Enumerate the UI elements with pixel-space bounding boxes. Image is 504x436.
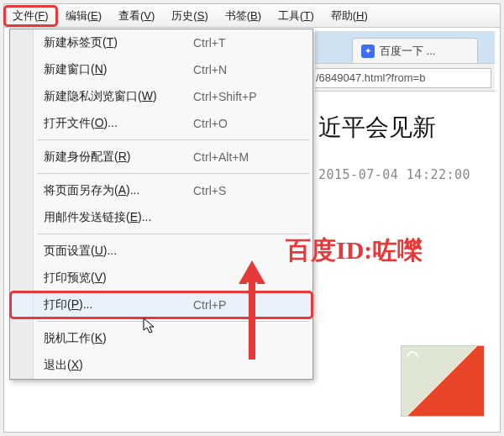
url-field[interactable]: /6849047.html?from=b bbox=[315, 68, 491, 88]
menu-item-label: 页面设置(U)... bbox=[34, 244, 193, 259]
mouse-cursor-icon bbox=[143, 318, 156, 334]
menu-item-e[interactable]: 用邮件发送链接(E)... bbox=[10, 204, 312, 231]
menu-item-label: 用邮件发送链接(E)... bbox=[34, 210, 193, 225]
menu-f[interactable]: 文件(F) bbox=[4, 6, 57, 26]
menu-item-label: 打印(P)... bbox=[34, 297, 193, 313]
menu-separator bbox=[10, 171, 312, 177]
menu-v[interactable]: 查看(V) bbox=[110, 6, 163, 26]
menu-item-label: 退出(X) bbox=[34, 358, 193, 373]
page-dateline: 2015-07-04 14:22:00 bbox=[315, 144, 495, 182]
article-image bbox=[401, 345, 485, 417]
menu-e[interactable]: 编辑(E) bbox=[57, 6, 110, 26]
menu-item-shortcut: Ctrl+Alt+M bbox=[193, 150, 312, 164]
menu-separator bbox=[10, 231, 312, 238]
menu-t[interactable]: 工具(T) bbox=[270, 6, 323, 26]
menu-item-label: 打印预览(V) bbox=[34, 271, 193, 286]
menu-s[interactable]: 历史(S) bbox=[163, 6, 216, 26]
menu-item-shortcut: Ctrl+N bbox=[193, 63, 312, 76]
menu-b[interactable]: 书签(B) bbox=[217, 6, 270, 26]
menu-item-label: 新建身份配置(R) bbox=[34, 150, 193, 165]
menu-item-label: 将页面另存为(A)... bbox=[34, 183, 193, 198]
browser-tab[interactable]: ✦ 百度一下 ... bbox=[352, 38, 478, 63]
menu-item-r[interactable]: 新建身份配置(R)Ctrl+Alt+M bbox=[10, 144, 312, 171]
svg-marker-0 bbox=[239, 260, 265, 284]
menu-separator bbox=[10, 137, 312, 144]
menu-item-a[interactable]: 将页面另存为(A)...Ctrl+S bbox=[10, 177, 312, 204]
menu-item-label: 新建窗口(N) bbox=[34, 62, 193, 77]
menu-h[interactable]: 帮助(H) bbox=[323, 6, 376, 26]
menu-item-shortcut: Ctrl+S bbox=[193, 184, 312, 197]
tab-strip: ✦ 百度一下 ... bbox=[315, 31, 495, 63]
menu-item-label: 打开文件(O)... bbox=[34, 116, 193, 131]
address-bar: /6849047.html?from=b bbox=[315, 63, 495, 92]
menu-item-t[interactable]: 新建标签页(T)Ctrl+T bbox=[10, 29, 312, 56]
annotation-text: 百度ID:咗嚛 bbox=[286, 234, 423, 268]
tab-title: 百度一下 ... bbox=[380, 44, 435, 59]
page-headline: 近平会见新 bbox=[315, 92, 495, 144]
menu-item-shortcut: Ctrl+Shift+P bbox=[193, 90, 312, 103]
menu-item-w[interactable]: 新建隐私浏览窗口(W)Ctrl+Shift+P bbox=[10, 83, 312, 110]
annotation-arrow-icon bbox=[235, 260, 269, 370]
baidu-paw-icon: ✦ bbox=[361, 45, 375, 58]
menu-item-label: 新建标签页(T) bbox=[34, 35, 193, 50]
menu-item-label: 新建隐私浏览窗口(W) bbox=[34, 89, 193, 104]
menu-item-n[interactable]: 新建窗口(N)Ctrl+N bbox=[10, 56, 312, 83]
menubar: 文件(F)编辑(E)查看(V)历史(S)书签(B)工具(T)帮助(H) bbox=[4, 4, 500, 28]
menu-item-shortcut: Ctrl+T bbox=[193, 36, 312, 50]
menu-item-shortcut: Ctrl+O bbox=[193, 117, 312, 130]
menu-item-label: 脱机工作(K) bbox=[34, 331, 193, 346]
menu-item-o[interactable]: 打开文件(O)...Ctrl+O bbox=[10, 110, 312, 137]
